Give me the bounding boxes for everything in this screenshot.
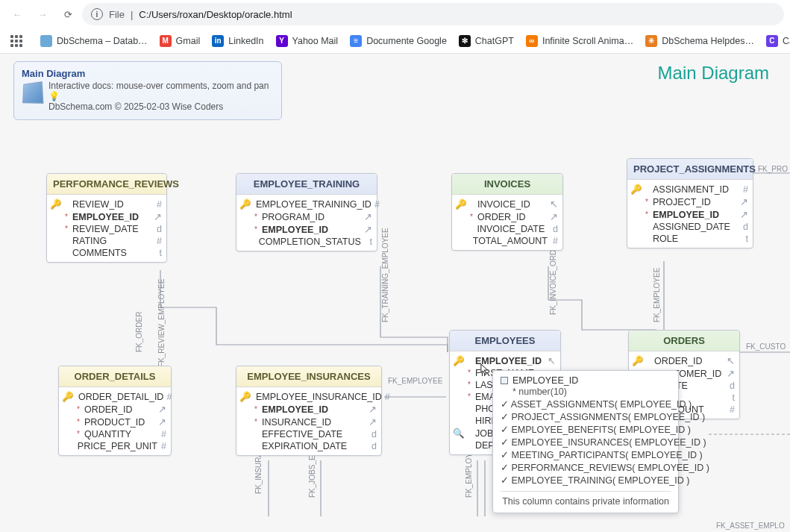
column-type: ↗ — [156, 404, 166, 415]
bookmark-favicon: ≡ — [350, 35, 362, 47]
required-mark: * — [468, 213, 474, 221]
table-order-details[interactable]: ORDER_DETAILS 🔑ORDER_DETAIL_ID#*ORDER_ID… — [58, 366, 172, 456]
key-icon: 🔑 — [62, 391, 72, 402]
column-row[interactable]: 🔑ORDER_ID↖ — [629, 354, 739, 367]
bookmark-item[interactable]: ∞Infinite Scroll Anima… — [521, 32, 638, 50]
bookmark-item[interactable]: MGmail — [155, 32, 205, 50]
column-name: ROLE — [653, 234, 735, 244]
table-header: EMPLOYEES — [450, 331, 560, 351]
reload-button[interactable]: ⟳ — [57, 3, 79, 25]
column-row[interactable]: 🔑INVOICE_ID↖ — [452, 198, 562, 210]
column-type: ↗ — [738, 196, 748, 207]
column-name: ORDER_DETAIL_ID — [78, 392, 163, 402]
column-row[interactable]: 🔑ASSIGNMENT_ID# — [627, 183, 753, 195]
column-row[interactable]: *EMPLOYEE_ID↗ — [627, 208, 753, 221]
column-type: # — [166, 392, 172, 402]
bookmark-label: LinkedIn — [228, 36, 263, 46]
required-mark: * — [253, 406, 259, 413]
forward-button[interactable]: → — [31, 3, 54, 25]
table-performance-reviews[interactable]: PERFORMANCE_REVIEWS 🔑REVIEW_ID#*EMPLOYEE… — [46, 173, 167, 263]
address-bar[interactable]: i File | C:/Users/roxan/Desktop/oracle.h… — [82, 3, 784, 25]
column-type: ↗ — [738, 209, 748, 220]
diagram-canvas[interactable]: Main Diagram Main Diagram Interactive do… — [0, 54, 790, 532]
column-type: ↖ — [548, 198, 558, 210]
tooltip-datatype: * number(10) — [501, 386, 671, 398]
column-row[interactable]: EXPIRATION_DATEd — [236, 440, 381, 452]
column-row[interactable]: COMMENTSt — [47, 247, 166, 259]
table-project-assignments[interactable]: PROJECT_ASSIGNMENTS 🔑ASSIGNMENT_ID#*PROJ… — [627, 158, 753, 248]
apps-grid-icon — [10, 35, 22, 47]
url-scheme-label: File — [109, 9, 125, 20]
column-row[interactable]: ASSIGNED_DATEd — [627, 221, 753, 233]
column-row[interactable]: *REVIEW_DATEd — [47, 223, 166, 235]
column-row[interactable]: 🔑REVIEW_ID# — [47, 198, 166, 210]
apps-button[interactable] — [6, 32, 27, 50]
column-row[interactable]: ROLEt — [627, 233, 753, 245]
svg-text:FK_PRO: FK_PRO — [758, 165, 788, 173]
column-type: d — [724, 381, 735, 391]
column-row[interactable]: *EMPLOYEE_ID↗ — [236, 223, 377, 236]
bookmark-item[interactable]: DbSchema – Datab… — [36, 32, 152, 50]
column-row[interactable]: *ORDER_ID↗ — [452, 210, 562, 223]
required-mark: * — [466, 369, 472, 377]
bookmark-item[interactable]: inLinkedIn — [207, 32, 268, 50]
required-mark: * — [644, 198, 650, 206]
column-row[interactable]: *EMPLOYEE_ID↗ — [236, 403, 381, 416]
tooltip-ref: ✓ EMPLOYEE_BENEFITS( EMPLOYEE_ID ) — [501, 423, 671, 436]
bookmark-item[interactable]: ≡Documente Google — [345, 32, 451, 50]
key-icon: 🔑 — [50, 198, 60, 210]
bookmark-label: Infinite Scroll Anima… — [542, 36, 633, 46]
bookmark-item[interactable]: ✻ChatGPT — [454, 32, 518, 50]
column-row[interactable]: 🔑EMPLOYEE_ID↖ — [450, 354, 560, 367]
bookmark-item[interactable]: YYahoo Mail — [272, 32, 343, 50]
column-row[interactable]: PRICE_PER_UNIT# — [59, 440, 171, 452]
column-type: # — [724, 404, 735, 415]
svg-text:FK_EMPLOYEE: FK_EMPLOYEE — [388, 377, 443, 385]
column-type: d — [548, 224, 558, 234]
required-mark: * — [466, 393, 472, 401]
tooltip-note: This column contains private information — [501, 496, 671, 507]
cube-icon — [22, 81, 44, 104]
table-employee-training[interactable]: EMPLOYEE_TRAINING 🔑EMPLOYEE_TRAINING_ID#… — [236, 173, 377, 251]
table-header: EMPLOYEE_TRAINING — [236, 174, 377, 195]
column-name: PRICE_PER_UNIT — [78, 441, 157, 451]
svg-text:FK_ORDER: FK_ORDER — [135, 312, 143, 352]
back-button[interactable]: ← — [6, 3, 28, 25]
column-name: ORDER_ID — [477, 212, 545, 222]
bookmark-label: Canva — [783, 36, 790, 46]
url-path: C:/Users/roxan/Desktop/oracle.html — [139, 9, 292, 20]
column-type: ↗ — [366, 404, 377, 415]
column-name: EMPLOYEE_ID — [72, 212, 148, 222]
column-row[interactable]: *PRODUCT_ID↗ — [59, 416, 171, 428]
column-row[interactable]: RATING# — [47, 235, 166, 247]
column-row[interactable]: *EMPLOYEE_ID↗ — [47, 210, 166, 223]
table-invoices[interactable]: INVOICES 🔑INVOICE_ID↖*ORDER_ID↗INVOICE_D… — [451, 173, 563, 251]
column-row[interactable]: *QUANTITY# — [59, 428, 171, 440]
key-icon: 🔑 — [239, 391, 250, 402]
column-row[interactable]: *ORDER_ID↗ — [59, 403, 171, 416]
column-row[interactable]: *INSURANCE_ID↗ — [236, 416, 381, 428]
column-row[interactable]: TOTAL_AMOUNT# — [452, 235, 562, 247]
column-row[interactable]: EFFECTIVE_DATEd — [236, 428, 381, 440]
column-type: # — [151, 199, 162, 210]
column-type: # — [738, 184, 748, 195]
table-employee-insurances[interactable]: EMPLOYEE_INSURANCES 🔑EMPLOYEE_INSURANCE_… — [236, 366, 382, 456]
column-row[interactable]: 🔑EMPLOYEE_TRAINING_ID# — [236, 198, 377, 210]
column-row[interactable]: *PROJECT_ID↗ — [627, 195, 753, 208]
column-row[interactable]: INVOICE_DATEd — [452, 223, 562, 235]
column-row[interactable]: COMPLETION_STATUSt — [236, 236, 377, 248]
column-type: t — [151, 248, 162, 258]
column-type: t — [738, 234, 748, 244]
column-name: INVOICE_ID — [477, 199, 545, 210]
column-row[interactable]: *PROGRAM_ID↗ — [236, 210, 377, 223]
table-header: PROJECT_ASSIGNMENTS — [627, 159, 753, 180]
key-icon: 🔑 — [632, 355, 642, 366]
bookmark-item[interactable]: ✳DbSchema Helpdes… — [641, 32, 759, 50]
column-row[interactable]: 🔑ORDER_DETAIL_ID# — [59, 390, 171, 403]
key-icon: 🔑 — [453, 355, 463, 366]
column-row[interactable]: 🔑EMPLOYEE_INSURANCE_ID# — [236, 390, 381, 403]
bookmark-item[interactable]: CCanva — [762, 32, 790, 50]
column-name: EMPLOYEE_ID — [653, 210, 735, 220]
svg-text:FK_EMPLOYEE: FK_EMPLOYEE — [653, 267, 661, 322]
tooltip-ref: ✓ EMPLOYEE_TRAINING( EMPLOYEE_ID ) — [501, 474, 671, 486]
